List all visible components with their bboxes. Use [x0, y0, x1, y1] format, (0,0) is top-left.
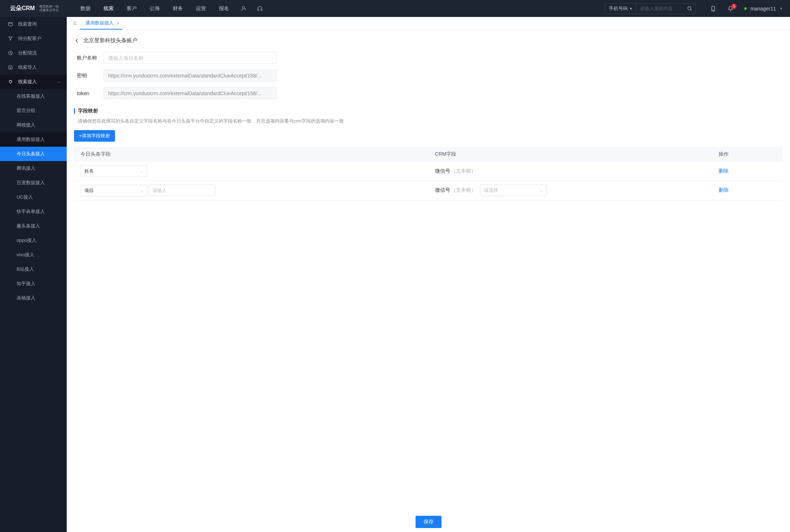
sidebar-subitem[interactable]: 通用数据接入: [0, 132, 67, 147]
sidebar-item[interactable]: 线索导入: [0, 60, 67, 75]
section-accent-bar: [74, 108, 75, 114]
logo-subtitle: 教育机构一站 式服务云平台: [37, 5, 59, 12]
field-mapping-table: 今日头条字段 CRM字段 操作 姓名⌄微信号（文本框）删除项目⌄ 微信号（文本框…: [74, 147, 783, 200]
delete-link[interactable]: 删除: [719, 168, 729, 174]
sidebar-subitem[interactable]: B站接入: [0, 262, 67, 276]
sidebar-item[interactable]: 待分配客户: [0, 31, 67, 46]
sidebar-item-label: 分配情况: [18, 50, 37, 56]
import-icon: [8, 65, 13, 70]
chevron-down-icon: ⌄: [140, 169, 143, 173]
sidebar-item-label: 线索查询: [18, 21, 37, 27]
tab-general-data-access[interactable]: 通用数据接入 ×: [80, 17, 122, 30]
crm-field-select[interactable]: 请选择⌄: [480, 185, 547, 196]
chevron-down-icon: ⌄: [140, 189, 143, 192]
search-type-select[interactable]: 手机号码 ▼: [605, 4, 636, 14]
toutiao-field-select[interactable]: 姓名⌄: [80, 165, 147, 177]
nav-item[interactable]: 客户: [120, 0, 143, 17]
label-account-name: 账户名称: [77, 55, 97, 61]
crm-field-label: 微信号（文本框）: [435, 187, 476, 193]
label-secret: 密钥: [77, 72, 97, 79]
collapse-menu-icon[interactable]: [70, 17, 80, 30]
back-icon[interactable]: [74, 38, 80, 44]
sidebar-item-label: 线索导入: [18, 64, 37, 71]
page-title: 北京昱新科技头条账户: [83, 37, 137, 44]
sidebar-subitem[interactable]: 今日头条接入: [0, 147, 67, 161]
nav-item[interactable]: 公海: [143, 0, 166, 17]
sidebar-subitem[interactable]: vivo接入: [0, 248, 67, 262]
logo-text: 云朵CRM: [10, 5, 35, 11]
search-button[interactable]: [683, 4, 695, 14]
input-secret[interactable]: [104, 70, 277, 81]
main-area: 通用数据接入 × 北京昱新科技头条账户 账户名称 密钥 token: [67, 17, 790, 532]
sidebar: 线索查询待分配客户分配情况线索导入线索接入︿在线客服接入留言分组网校接入通用数据…: [0, 17, 67, 532]
sidebar-subitem[interactable]: 百度数据接入: [0, 176, 67, 190]
sidebar-subitem[interactable]: 腾讯接入: [0, 161, 67, 176]
add-field-mapping-button[interactable]: +添加字段映射: [74, 130, 115, 142]
tab-label: 通用数据接入: [85, 20, 114, 26]
sidebar-subitem[interactable]: 美柚接入: [0, 291, 67, 305]
pie-icon: [8, 50, 13, 56]
sidebar-item[interactable]: 线索查询: [0, 17, 67, 31]
nav-item[interactable]: 报名: [212, 0, 236, 17]
svg-rect-4: [9, 22, 13, 26]
footer: 保存: [67, 512, 790, 532]
sidebar-subitem[interactable]: 知乎接入: [0, 276, 67, 291]
header-bar: 云朵CRM 教育机构一站 式服务云平台 数据线索客户公海财务运营报名 手机号码 …: [0, 0, 790, 17]
sidebar-group-clue-access[interactable]: 线索接入︿: [0, 75, 67, 89]
label-token: token: [77, 90, 97, 96]
nav-item[interactable]: 财务: [166, 0, 189, 17]
sidebar-item-label: 待分配客户: [18, 35, 41, 42]
input-account-name[interactable]: [104, 52, 277, 64]
toutiao-field-select[interactable]: 项目⌄: [80, 185, 147, 196]
sidebar-subitem[interactable]: 在线客服接入: [0, 89, 67, 103]
tabs-bar: 通用数据接入 ×: [67, 17, 790, 30]
header-icons: 5: [710, 5, 733, 12]
section-hint: 请确保您在此填写的头条自定义字段名称与在今日头条平台中自定义的字段名称一致，并且…: [74, 118, 783, 124]
sidebar-subitem[interactable]: 趣头条接入: [0, 219, 67, 233]
sidebar-item-label: 线索接入: [18, 79, 37, 85]
top-nav: 数据线索客户公海财务运营报名: [74, 0, 236, 17]
mobile-icon[interactable]: [710, 5, 716, 12]
nav-item[interactable]: 运营: [189, 0, 212, 17]
table-row: 姓名⌄微信号（文本框）删除: [74, 162, 783, 181]
sidebar-subitem[interactable]: 网校接入: [0, 118, 67, 132]
sidebar-subitem[interactable]: UC接入: [0, 190, 67, 204]
bell-icon[interactable]: 5: [728, 5, 733, 12]
th-toutiao-field: 今日头条字段: [74, 147, 429, 162]
notification-badge: 5: [731, 4, 737, 9]
plug-icon: [8, 79, 13, 84]
sidebar-subitem[interactable]: 留言分组: [0, 103, 67, 118]
search-box: 手机号码 ▼: [605, 3, 696, 14]
nav-item[interactable]: 线索: [97, 0, 120, 17]
svg-point-1: [688, 7, 691, 10]
funnel-icon: [8, 36, 13, 41]
close-icon[interactable]: ×: [117, 20, 119, 26]
sidebar-subitem[interactable]: oppo接入: [0, 233, 67, 248]
table-row: 项目⌄ 微信号（文本框） 请选择⌄删除: [74, 181, 783, 200]
th-operation: 操作: [712, 147, 783, 162]
logo: 云朵CRM 教育机构一站 式服务云平台: [0, 0, 67, 17]
user-menu[interactable]: manager11 ▼: [744, 6, 783, 12]
search-type-label: 手机号码: [609, 5, 628, 12]
save-button[interactable]: 保存: [416, 516, 442, 528]
chevron-down-icon: ▼: [629, 7, 632, 10]
chevron-up-icon: ︿: [57, 79, 61, 84]
svg-point-0: [242, 6, 245, 9]
delete-link[interactable]: 删除: [719, 187, 729, 193]
toutiao-field-input[interactable]: [149, 185, 215, 196]
chevron-down-icon: ⌄: [540, 189, 543, 192]
svg-point-3: [713, 10, 714, 10]
nav-item[interactable]: 数据: [74, 0, 97, 17]
th-crm-field: CRM字段: [429, 147, 712, 162]
chevron-down-icon: ▼: [780, 7, 783, 10]
headset-icon[interactable]: [256, 5, 263, 12]
search-input[interactable]: [636, 6, 683, 11]
sidebar-item[interactable]: 分配情况: [0, 46, 67, 60]
status-dot: [744, 7, 747, 10]
user-add-icon[interactable]: [241, 5, 247, 12]
content: 北京昱新科技头条账户 账户名称 密钥 token 字段映射 请确保您在此填写的头…: [67, 30, 790, 512]
input-token[interactable]: [104, 87, 277, 99]
sidebar-subitem[interactable]: 快手表单接入: [0, 204, 67, 219]
list-icon: [8, 22, 13, 27]
username: manager11: [750, 6, 776, 12]
